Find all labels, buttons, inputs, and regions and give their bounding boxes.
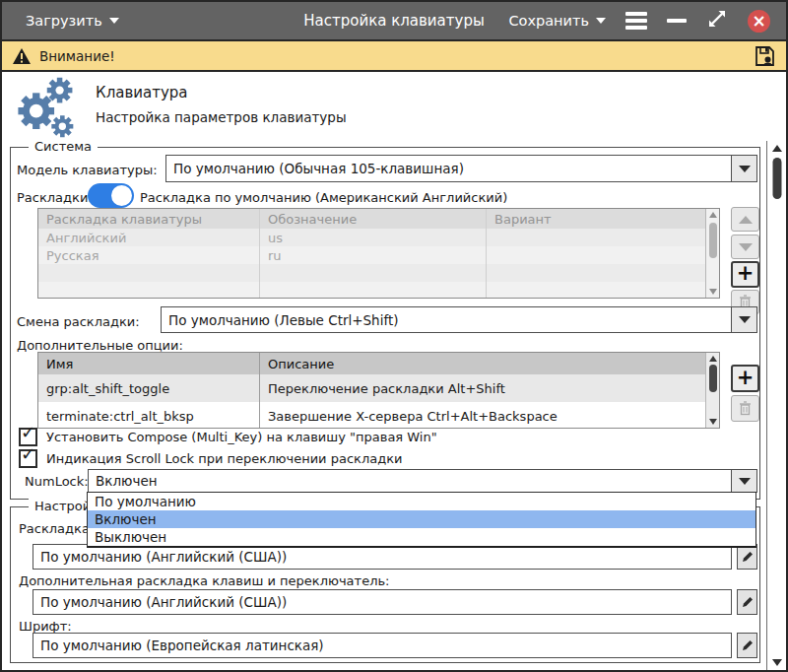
close-button[interactable]: × [748,10,770,33]
options-table: Имя Описание grp:alt_shift_toggle Перекл… [37,352,720,429]
chevron-down-icon [739,166,751,172]
pencil-icon [741,595,755,609]
keyboard-model-label: Модель клавиатуры: [17,163,158,177]
layout-name-cell: Английский [38,229,260,246]
arrow-up-icon [739,216,753,224]
scroll-up-icon [709,356,717,362]
pencil-icon [741,638,755,652]
layout-variant-cell [487,246,719,264]
extra-options-label: Дополнительные опции: [17,338,183,353]
switch-layout-value: По умолчанию (Левые Ctrl+Shift) [162,307,731,332]
toggle-knob [111,185,132,206]
default-layout-text: Раскладка по умолчанию (Американский Анг… [140,190,507,205]
options-table-scrollbar[interactable] [705,353,719,428]
scrollbar-thumb[interactable] [709,223,717,258]
minimize-button[interactable] [667,19,687,23]
dropdown-arrow-button[interactable] [731,156,756,181]
console-layout-label: Раскладка [19,521,90,536]
font-label: Шрифт: [19,619,72,634]
save-floppy-icon [753,44,776,68]
add-layout-button[interactable]: + [731,261,759,288]
dropdown-arrow-button[interactable] [731,307,756,332]
column-header: Раскладка клавиатуры [38,209,260,229]
save-menu-label: Сохранить [508,13,589,29]
option-desc-cell: Завершение X-сервера Ctrl+Alt+Backspace [260,402,719,429]
layouts-table-header: Раскладка клавиатуры Обозначение Вариант [38,209,719,229]
table-row[interactable]: terminate:ctrl_alt_bksp Завершение X-сер… [38,402,719,429]
delete-option-button [731,395,759,422]
move-up-button [731,207,759,232]
edit-extra-layout-button[interactable] [737,589,757,615]
scroll-down-icon[interactable] [772,659,782,666]
main-scrollbar[interactable] [766,141,786,670]
warning-text: Внимание! [39,48,115,64]
system-groupbox: Система Модель клавиатуры: По умолчанию … [10,147,760,500]
extra-layout-label: Дополнительная раскладка клавиш и перекл… [19,573,389,588]
layouts-table: Раскладка клавиатуры Обозначение Вариант… [37,208,720,299]
minimize-icon [667,19,687,23]
layout-code-cell: ru [260,246,487,264]
layouts-label: Раскладки: [17,190,93,205]
column-header: Вариант [487,209,719,229]
save-menu-button[interactable]: Сохранить [508,13,606,29]
layouts-table-scrollbar[interactable] [705,209,719,298]
keyboard-model-value: По умолчанию (Обычная 105-клавишная) [166,156,731,181]
layout-variant-cell [487,229,719,246]
font-field[interactable]: По умолчанию (Европейская латинская) [33,633,732,658]
checkbox-checked-icon: ✓ [19,449,37,468]
dropdown-arrow-button[interactable] [731,470,756,492]
keyboard-model-select[interactable]: По умолчанию (Обычная 105-клавишная) [165,155,757,182]
column-header: Описание [260,353,719,374]
chevron-down-icon [739,316,751,323]
switch-layout-select[interactable]: По умолчанию (Левые Ctrl+Shift) [161,306,757,333]
load-menu-button[interactable]: Загрузить [26,13,119,29]
dropdown-option-selected[interactable]: Включен [88,510,755,528]
switch-layout-label: Смена раскладки: [17,314,140,329]
option-name-cell: grp:alt_shift_toggle [38,374,260,402]
scroll-lock-checkbox-label: Индикация Scroll Lock при переключении р… [46,451,402,466]
table-row-empty [38,282,719,299]
warning-bar: Внимание! [2,39,786,72]
warning-icon [12,47,32,65]
scrollbar-thumb[interactable] [772,158,781,199]
add-option-button[interactable]: + [731,365,759,392]
layout-name-cell: Русская [38,246,260,264]
chevron-down-icon [109,18,119,24]
scroll-lock-checkbox[interactable]: ✓ Индикация Scroll Lock при переключении… [19,449,402,468]
load-menu-label: Загрузить [26,13,102,29]
numlock-select[interactable]: Включен [88,469,757,493]
trash-icon [739,401,752,416]
titlebar: Настройка клавиатуры Загрузить Сохранить [2,2,786,39]
page-subtitle: Настройка параметров клавиатуры [96,109,347,125]
plus-icon: + [737,263,755,284]
maximize-button[interactable] [706,8,728,34]
plus-icon: + [737,368,755,388]
column-header: Имя [38,353,260,374]
scroll-down-icon [709,419,717,425]
layout-code-cell: us [260,229,487,246]
scrollbar-thumb[interactable] [709,365,717,392]
default-layout-toggle[interactable] [88,183,134,208]
dropdown-option[interactable]: Выключен [88,528,755,546]
arrow-down-icon [739,243,753,251]
compose-checkbox[interactable]: ✓ Установить Compose (Multi_Key) на клав… [19,428,437,446]
table-row-empty [38,264,719,282]
scroll-up-icon [709,212,717,218]
table-row[interactable]: grp:alt_shift_toggle Переключение раскла… [38,374,719,402]
save-profile-button[interactable] [753,44,776,68]
chevron-down-icon [596,18,606,24]
close-icon: × [752,13,765,30]
scroll-down-icon [709,289,717,295]
expand-icon [706,8,728,30]
system-group-label: Система [29,139,98,154]
option-desc-cell: Переключение раскладки Alt+Shift [260,374,719,402]
page-header: Клавиатура Настройка параметров клавиату… [2,72,786,141]
extra-layout-field[interactable]: По умолчанию (Английский (США)) [33,589,732,615]
menu-button[interactable] [625,9,647,34]
option-name-cell: terminate:ctrl_alt_bksp [38,402,260,429]
column-header: Обозначение [260,209,487,229]
dropdown-option[interactable]: По умолчанию [88,493,755,510]
numlock-label: NumLock: [25,474,89,489]
scroll-up-icon[interactable] [772,145,782,152]
edit-font-button[interactable] [737,633,757,658]
